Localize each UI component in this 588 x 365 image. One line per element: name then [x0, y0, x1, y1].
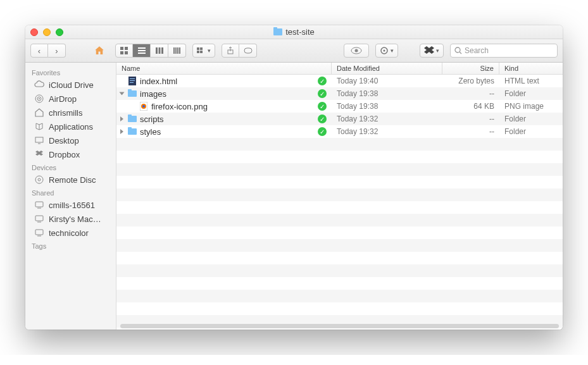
- svg-point-24: [455, 47, 460, 53]
- folder-icon: [128, 114, 137, 123]
- close-button[interactable]: [30, 28, 38, 36]
- sync-status-icon: ✓: [318, 102, 327, 111]
- file-name: firefox-icon.png: [151, 102, 208, 111]
- dropbox-icon: [34, 149, 44, 159]
- file-kind: Folder: [499, 127, 563, 136]
- svg-point-21: [355, 49, 358, 53]
- file-name: index.html: [140, 77, 177, 86]
- sidebar-item[interactable]: Dropbox: [25, 147, 116, 161]
- tags-button[interactable]: [239, 44, 257, 58]
- folder-icon: [128, 127, 137, 136]
- file-row[interactable]: index.html✓Today 19:40Zero bytesHTML tex…: [116, 75, 563, 87]
- back-button[interactable]: ‹: [30, 44, 48, 58]
- file-date: Today 19:32: [332, 114, 442, 123]
- sidebar-item-label: cmills-16561: [49, 201, 95, 210]
- svg-rect-16: [197, 51, 199, 53]
- column-date[interactable]: Date Modified: [332, 63, 442, 74]
- arrange-button[interactable]: ▾: [192, 44, 215, 58]
- monitor-icon: [34, 228, 44, 238]
- zoom-button[interactable]: [56, 28, 63, 36]
- sync-status-icon: ✓: [318, 114, 327, 123]
- icon-view-button[interactable]: [115, 44, 133, 58]
- svg-rect-4: [138, 47, 146, 49]
- sidebar: FavoritesiCloud DriveAirDropchrismillsAp…: [25, 63, 116, 330]
- svg-point-32: [38, 178, 41, 181]
- search-field[interactable]: Search: [450, 44, 558, 58]
- svg-rect-2: [120, 51, 123, 54]
- cloud-icon: [34, 80, 44, 90]
- nav-buttons: ‹ ›: [30, 44, 66, 58]
- html-file-icon: [128, 77, 137, 85]
- titlebar[interactable]: test-site: [25, 25, 563, 39]
- forward-button[interactable]: ›: [48, 44, 66, 58]
- png-file-icon: [139, 102, 148, 111]
- gear-icon: [380, 46, 389, 55]
- file-row[interactable]: scripts✓Today 19:32--Folder: [116, 113, 563, 125]
- sidebar-item[interactable]: Kirsty's Mac…: [25, 212, 116, 226]
- svg-rect-29: [35, 137, 43, 142]
- sidebar-item[interactable]: technicolor: [25, 226, 116, 240]
- file-kind: Folder: [499, 89, 563, 98]
- sidebar-item[interactable]: Applications: [25, 120, 116, 133]
- file-row[interactable]: images✓Today 19:38--Folder: [116, 87, 563, 100]
- svg-rect-8: [158, 47, 160, 54]
- traffic-lights: [30, 28, 63, 36]
- sync-status-icon: ✓: [318, 127, 327, 136]
- file-date: Today 19:32: [332, 127, 442, 136]
- quicklook-button[interactable]: [344, 44, 369, 58]
- sync-status-icon: ✓: [318, 77, 327, 85]
- file-row[interactable]: firefox-icon.png✓Today 19:3864 KBPNG ima…: [116, 100, 563, 113]
- file-name: images: [140, 89, 166, 99]
- svg-rect-40: [130, 78, 135, 79]
- share-button[interactable]: [222, 44, 239, 58]
- svg-rect-42: [130, 82, 134, 83]
- sidebar-item[interactable]: iCloud Drive: [25, 78, 116, 92]
- home-button[interactable]: [90, 44, 109, 58]
- sidebar-item-label: Applications: [49, 122, 93, 132]
- svg-point-31: [35, 176, 43, 183]
- sidebar-heading: Favorites: [25, 66, 116, 78]
- share-icon: [227, 47, 234, 54]
- file-kind: HTML text: [499, 77, 563, 85]
- svg-rect-6: [138, 53, 146, 54]
- window-title: test-site: [25, 27, 563, 37]
- apps-icon: [34, 121, 44, 132]
- file-size: --: [442, 114, 499, 123]
- disc-icon: [34, 175, 44, 185]
- svg-rect-14: [197, 47, 199, 50]
- horizontal-scrollbar[interactable]: [120, 324, 559, 328]
- house-icon: [94, 45, 105, 56]
- file-size: --: [442, 127, 499, 136]
- minimize-button[interactable]: [43, 28, 51, 36]
- sidebar-item-label: Dropbox: [49, 150, 80, 159]
- disclosure-triangle[interactable]: [120, 129, 123, 134]
- sidebar-heading: Tags: [25, 240, 116, 251]
- sidebar-item[interactable]: cmills-16561: [25, 198, 116, 212]
- column-name[interactable]: Name: [116, 63, 332, 74]
- sidebar-item[interactable]: AirDrop: [25, 92, 116, 106]
- svg-rect-9: [161, 47, 163, 54]
- svg-rect-15: [200, 47, 203, 50]
- disclosure-triangle[interactable]: [120, 116, 123, 121]
- file-row[interactable]: styles✓Today 19:32--Folder: [116, 125, 563, 138]
- eye-icon: [351, 47, 362, 54]
- sidebar-item-label: Desktop: [49, 136, 79, 145]
- sidebar-item[interactable]: Remote Disc: [25, 173, 116, 187]
- airdrop-icon: [34, 94, 44, 104]
- coverflow-view-button[interactable]: [168, 44, 186, 58]
- desktop-icon: [34, 135, 44, 145]
- disclosure-triangle[interactable]: [120, 92, 125, 96]
- svg-rect-17: [200, 51, 203, 53]
- column-view-button[interactable]: [151, 44, 168, 58]
- svg-rect-10: [173, 47, 175, 54]
- file-list-pane: Name Date Modified Size Kind index.html✓…: [116, 63, 563, 330]
- dropbox-icon: [424, 46, 434, 55]
- action-button[interactable]: ▾: [375, 44, 398, 58]
- column-size[interactable]: Size: [442, 63, 499, 74]
- svg-rect-0: [120, 47, 123, 50]
- sidebar-item[interactable]: chrismills: [25, 106, 116, 120]
- sidebar-item[interactable]: Desktop: [25, 133, 116, 147]
- list-view-button[interactable]: [133, 44, 151, 58]
- dropbox-button[interactable]: ▾: [420, 44, 444, 58]
- column-kind[interactable]: Kind: [499, 63, 563, 74]
